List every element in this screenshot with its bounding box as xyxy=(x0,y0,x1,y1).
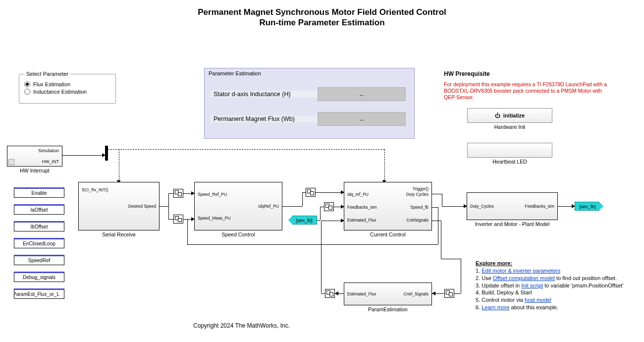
param-flux-label: Permanent Magnet Flux (Wb) xyxy=(211,115,318,122)
signal-line xyxy=(321,293,325,294)
rate-transition-block[interactable] xyxy=(444,289,454,298)
arrowhead-icon xyxy=(335,291,338,295)
arrowhead-icon xyxy=(572,204,575,208)
power-icon: ⏻ xyxy=(495,113,500,118)
hwint-line1: Simulation xyxy=(38,148,59,153)
signal-line xyxy=(454,293,461,294)
select-parameter-panel: Select Parameter Flux Estimation Inducta… xyxy=(19,71,116,104)
signal-line xyxy=(168,193,173,194)
signal-line xyxy=(320,207,324,207)
port-feedbacks-sim-out: Feedbacks_sim xyxy=(525,204,554,209)
radio-dot-icon xyxy=(24,81,30,87)
rate-transition-block[interactable] xyxy=(306,188,316,197)
signal-line xyxy=(316,192,344,193)
signal-line xyxy=(321,221,322,293)
radio-flux-estimation[interactable]: Flux Estimation xyxy=(24,81,110,87)
signal-line xyxy=(168,219,173,220)
dstore-speedref[interactable]: SpeedRef xyxy=(14,255,64,265)
port-estimated-flux-out: Estimated_Flux xyxy=(347,291,376,296)
inverter-block[interactable]: Duty_Cycles Feedbacks_sim xyxy=(467,192,558,220)
signal-line xyxy=(432,194,442,194)
rate-transition-block[interactable] xyxy=(173,189,183,198)
signal-line xyxy=(160,206,168,207)
signal-line xyxy=(168,193,169,219)
signal-line xyxy=(441,221,441,259)
signal-line xyxy=(187,219,188,244)
dstore-enable[interactable]: Enable xyxy=(14,187,64,198)
arrowhead-icon xyxy=(191,191,195,195)
signal-line xyxy=(461,259,461,293)
initialize-button[interactable]: ⏻ initialize xyxy=(467,108,552,123)
signal-line xyxy=(432,207,438,208)
serial-receive-block[interactable]: SCI_Rx_INT() Desired Speed xyxy=(78,182,160,230)
current-control-block[interactable]: Trigger() Idq_ref_PU Feedbacks_sim Estim… xyxy=(344,182,432,230)
speed-control-label: Speed Control xyxy=(194,231,282,237)
rate-transition-block[interactable] xyxy=(324,202,334,211)
port-duty-cycles: Duty Cycles xyxy=(406,192,429,197)
port-speed-fb: Speed_fb xyxy=(411,205,429,210)
port-estimated-flux-in: Estimated_Flux xyxy=(347,218,376,223)
dstore-iboffset[interactable]: IbOffset xyxy=(14,221,64,231)
arrowhead-icon xyxy=(341,205,344,209)
link-host-model[interactable]: host model xyxy=(525,297,551,303)
radio-circle-icon xyxy=(24,89,30,95)
radio-inductance-estimation[interactable]: Inductance Estimation xyxy=(24,89,110,95)
signal-line xyxy=(187,244,438,245)
radio-flux-label: Flux Estimation xyxy=(33,81,70,87)
copyright: Copyright 2024 The MathWorks, Inc. xyxy=(193,322,290,329)
link-init-script[interactable]: Init script xyxy=(521,283,543,288)
param-inductance-value: -- xyxy=(318,87,406,101)
explore-more: Explore more: 1. Edit motor & inverter p… xyxy=(476,260,624,311)
title-line1: Permanent Magnet Synchronous Motor Field… xyxy=(198,7,446,17)
dstore-debug-signals[interactable]: Debug_signals xyxy=(14,272,64,282)
from-tag-sim-fb[interactable]: [sim_fb] xyxy=(288,216,317,225)
signal-line xyxy=(432,221,441,221)
heartbeat-led-label: Heartbeat LED xyxy=(467,159,552,165)
dstore-iaoffset[interactable]: IaOffset xyxy=(14,204,64,215)
current-control-label: Current Control xyxy=(344,231,432,237)
radio-inductance-label: Inductance Estimation xyxy=(33,89,87,95)
speed-control-block[interactable]: Speed_Ref_PU Speed_Meas_PU IdqRef_PU xyxy=(194,182,282,230)
signal-line xyxy=(320,207,321,220)
port-sci-rx-int: SCI_Rx_INT() xyxy=(82,187,108,192)
parameter-estimation-panel: Parameter Estimation Stator d-axis Induc… xyxy=(204,68,415,139)
link-offset-computation[interactable]: Offset computation model xyxy=(493,275,555,281)
port-idq-ref: Idq_ref_PU xyxy=(347,192,369,197)
port-trigger: Trigger() xyxy=(413,186,429,191)
page-title: Permanent Magnet Synchronous Motor Field… xyxy=(0,7,644,28)
arrowhead-icon xyxy=(102,153,106,157)
signal-line xyxy=(384,149,385,182)
arrowhead-icon xyxy=(341,219,344,223)
port-speed-meas: Speed_Meas_PU xyxy=(198,216,231,221)
goto-tag-sim-fb[interactable]: [sim_fb] xyxy=(575,202,603,211)
dstore-enclosedloop[interactable]: EnClosedLoop xyxy=(14,238,64,248)
signal-line xyxy=(119,149,119,182)
link-learn-more[interactable]: Learn more xyxy=(482,304,509,310)
arrowhead-icon xyxy=(432,291,435,295)
goto-tag-label: [sim_fb] xyxy=(579,204,595,209)
hwint-line2: HW_INT xyxy=(42,159,59,164)
variant-icon: ▢ xyxy=(8,159,14,165)
port-feedbacks-sim: Feedbacks_sim xyxy=(347,205,377,210)
arrowhead-icon xyxy=(191,217,195,221)
port-speed-ref: Speed_Ref_PU xyxy=(198,192,227,197)
rate-transition-block[interactable] xyxy=(173,215,183,224)
select-parameter-legend: Select Parameter xyxy=(24,71,70,77)
signal-line xyxy=(108,149,384,150)
hw-interrupt-block[interactable]: Simulation HW_INT ▢ xyxy=(7,146,62,167)
param-estimation-block[interactable]: Cntrl_Signals Estimated_Flux xyxy=(344,283,432,305)
initialize-label: initialize xyxy=(503,113,525,118)
hw-interrupt-label: HW Interrupt xyxy=(7,168,62,173)
dstore-paramest-flux-or-l[interactable]: ParamEst_Flux_or_L xyxy=(14,288,64,299)
rate-transition-block[interactable] xyxy=(325,289,335,298)
port-cntrl-signals-in: Cntrl_Signals xyxy=(403,291,429,296)
signal-line xyxy=(441,259,461,259)
hw-prerequisite-heading: HW Prerequisite xyxy=(444,70,490,77)
heartbeat-led-block[interactable] xyxy=(467,143,552,158)
link-edit-motor-params[interactable]: Edit motor & inverter parameters xyxy=(482,268,560,274)
signal-line xyxy=(302,192,306,193)
hw-prerequisite-text: For deployment this example requires a T… xyxy=(444,81,612,101)
signal-line xyxy=(438,207,438,244)
port-duty-cycles-in: Duty_Cycles xyxy=(470,204,494,209)
port-cntrlsignals: Cntrlsignals xyxy=(407,218,429,223)
